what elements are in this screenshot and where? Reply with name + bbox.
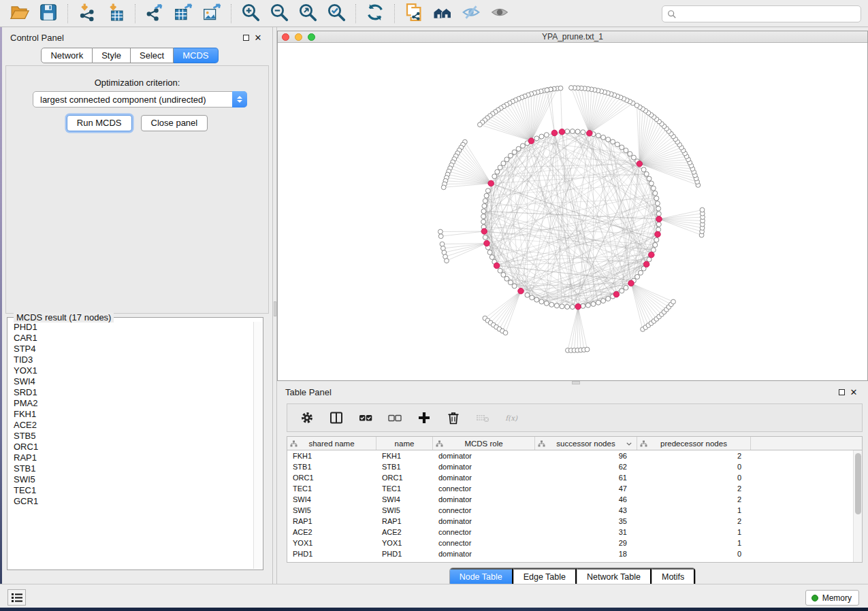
add-column-button[interactable] bbox=[415, 409, 433, 427]
show-all-button[interactable] bbox=[485, 1, 514, 26]
zoom-selected-button[interactable] bbox=[322, 1, 351, 26]
toolbar-divider bbox=[394, 4, 395, 23]
table-cell: 1 bbox=[637, 527, 751, 538]
function-builder-button[interactable]: f(x) bbox=[503, 409, 521, 427]
apply-layout-button[interactable] bbox=[361, 1, 389, 26]
network-window-titlebar[interactable]: YPA_prune.txt_1 bbox=[278, 31, 867, 43]
column-header-MCDS-role[interactable]: MCDS role bbox=[433, 437, 535, 450]
control-panel-title: Control Panel bbox=[10, 33, 240, 43]
table-row[interactable]: STB1STB1dominator620 bbox=[287, 461, 853, 472]
deselect-checkboxes-button[interactable] bbox=[386, 409, 404, 427]
task-history-button[interactable] bbox=[7, 589, 26, 606]
result-item[interactable]: ACE2 bbox=[8, 420, 253, 431]
table-cell: 2 bbox=[637, 450, 751, 461]
table-cell: 2 bbox=[637, 494, 751, 505]
column-header-predecessor-nodes[interactable]: predecessor nodes bbox=[637, 437, 751, 450]
maximize-window-button[interactable] bbox=[308, 33, 315, 41]
result-item[interactable]: CAR1 bbox=[8, 333, 253, 344]
result-item[interactable]: PMA2 bbox=[8, 398, 253, 409]
column-header-successor-nodes[interactable]: successor nodes bbox=[535, 437, 637, 450]
import-network-button[interactable] bbox=[73, 1, 101, 26]
control-panel-tabs: NetworkStyleSelectMCDS bbox=[2, 48, 272, 63]
select-all-checkboxes-button[interactable] bbox=[357, 409, 374, 427]
hide-selected-button[interactable] bbox=[457, 1, 485, 26]
tab-network[interactable]: Network bbox=[41, 48, 93, 63]
float-panel-button[interactable] bbox=[240, 31, 252, 44]
vertical-splitter[interactable] bbox=[272, 27, 277, 584]
column-header-shared-name[interactable]: shared name bbox=[287, 437, 376, 450]
close-panel-button[interactable]: ✕ bbox=[252, 31, 264, 44]
minimize-window-button[interactable] bbox=[295, 33, 302, 41]
result-item[interactable]: TEC1 bbox=[8, 485, 253, 496]
table-row[interactable]: SWI4SWI4dominator462 bbox=[287, 494, 853, 505]
run-mcds-button[interactable]: Run MCDS bbox=[67, 115, 132, 131]
result-item[interactable]: SWI5 bbox=[8, 474, 253, 485]
table-row[interactable]: SWI5SWI5connector431 bbox=[287, 505, 853, 516]
save-session-button[interactable] bbox=[34, 1, 63, 26]
result-item[interactable]: YOX1 bbox=[8, 365, 253, 376]
export-image-button[interactable] bbox=[197, 1, 226, 26]
result-item[interactable]: STB5 bbox=[8, 431, 253, 442]
node-table: shared namenameMCDS rolesuccessor nodesp… bbox=[287, 436, 863, 563]
table-row[interactable]: TEC1TEC1connector472 bbox=[287, 483, 853, 494]
sort-chevron-icon[interactable] bbox=[626, 442, 632, 446]
table-cell: 47 bbox=[535, 483, 637, 494]
table-row[interactable]: ORC1ORC1dominator610 bbox=[287, 472, 853, 483]
first-neighbors-button[interactable] bbox=[400, 1, 428, 26]
control-panel: Control Panel ✕ NetworkStyleSelectMCDS O… bbox=[2, 27, 272, 584]
group-nodes-button[interactable] bbox=[428, 1, 457, 26]
memory-button[interactable]: Memory bbox=[805, 590, 859, 606]
result-item[interactable]: PHD1 bbox=[8, 322, 253, 333]
column-type-icon bbox=[538, 440, 545, 447]
open-session-button[interactable] bbox=[5, 1, 34, 26]
zoom-out-button[interactable] bbox=[265, 1, 293, 26]
export-network-button[interactable] bbox=[140, 1, 169, 26]
splitter-grip[interactable] bbox=[274, 301, 276, 316]
zoom-in-button[interactable] bbox=[236, 1, 265, 26]
zoom-out-icon bbox=[269, 2, 289, 25]
result-item[interactable]: SWI4 bbox=[8, 376, 253, 387]
result-item[interactable]: STB1 bbox=[8, 463, 253, 474]
column-view-button[interactable] bbox=[327, 409, 345, 427]
result-item[interactable]: ORC1 bbox=[8, 442, 253, 452]
tab-style[interactable]: Style bbox=[93, 48, 131, 63]
criterion-select[interactable]: largest connected component (undirected) bbox=[33, 91, 247, 108]
zoom-fit-button[interactable] bbox=[293, 1, 322, 26]
delete-column-button[interactable] bbox=[445, 409, 462, 427]
search-icon bbox=[667, 10, 677, 19]
network-graph[interactable] bbox=[278, 43, 867, 380]
result-item[interactable]: GCR1 bbox=[8, 496, 253, 507]
table-cell: 31 bbox=[535, 527, 637, 538]
horizontal-splitter-grip[interactable] bbox=[572, 381, 580, 384]
table-cell: dominator bbox=[433, 548, 535, 559]
table-row[interactable]: YOX1YOX1connector291 bbox=[287, 538, 853, 548]
column-header-name[interactable]: name bbox=[376, 437, 433, 450]
zoom-selected-icon bbox=[326, 2, 347, 25]
close-table-panel-button[interactable]: ✕ bbox=[848, 386, 860, 398]
import-table-button[interactable] bbox=[101, 1, 130, 26]
tab-mcds[interactable]: MCDS bbox=[174, 48, 218, 63]
settings-gear-button[interactable] bbox=[298, 409, 316, 427]
table-cell: TEC1 bbox=[287, 483, 376, 494]
float-table-panel-button[interactable] bbox=[835, 386, 848, 398]
tab-select[interactable]: Select bbox=[131, 48, 174, 63]
result-item[interactable]: SRD1 bbox=[8, 387, 253, 398]
search-input[interactable] bbox=[677, 7, 861, 21]
table-cell: 1 bbox=[637, 505, 751, 516]
table-row[interactable]: FKH1FKH1dominator962 bbox=[287, 450, 853, 461]
result-list-scrollbar[interactable] bbox=[253, 322, 262, 569]
table-row[interactable]: RAP1RAP1dominator352 bbox=[287, 516, 853, 527]
table-row[interactable]: PHD1PHD1dominator180 bbox=[287, 548, 853, 559]
scrollbar-thumb[interactable] bbox=[855, 453, 861, 514]
export-table-button[interactable] bbox=[169, 1, 197, 26]
close-mcds-button[interactable]: Close panel bbox=[141, 115, 208, 131]
close-window-button[interactable] bbox=[282, 33, 289, 41]
delete-table-button[interactable] bbox=[474, 409, 492, 427]
result-item[interactable]: STP4 bbox=[8, 344, 253, 354]
table-row[interactable]: ACE2ACE2connector311 bbox=[287, 527, 853, 538]
result-item[interactable]: FKH1 bbox=[8, 409, 253, 420]
result-item[interactable]: TID3 bbox=[8, 354, 253, 365]
network-canvas[interactable] bbox=[278, 43, 867, 380]
result-item[interactable]: RAP1 bbox=[8, 452, 253, 463]
table-scrollbar[interactable] bbox=[853, 450, 862, 562]
